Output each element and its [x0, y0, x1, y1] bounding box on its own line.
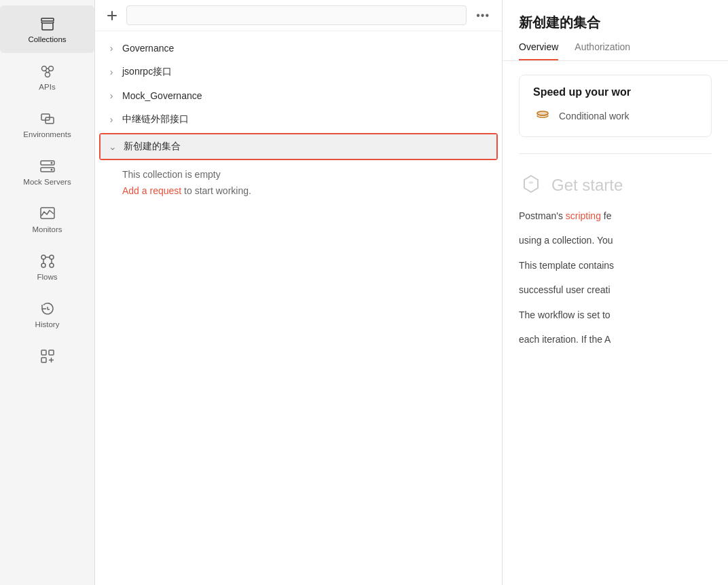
more-options-button[interactable]: •••	[472, 7, 494, 24]
chevron-right-icon: ›	[106, 67, 117, 77]
get-started-para3: This template contains	[519, 258, 712, 273]
sidebar-item-apis[interactable]: APIs	[0, 53, 94, 100]
add-request-line: Add a request to start working.	[122, 183, 475, 198]
svg-point-17	[50, 263, 54, 267]
collections-icon	[39, 15, 56, 33]
sidebar-item-flows[interactable]: Flows	[0, 243, 94, 290]
get-started-para6: each iteration. If the A	[519, 332, 712, 347]
get-started-section: Get starte Postman's scripting fe using …	[519, 168, 712, 347]
monitors-icon	[39, 205, 56, 223]
get-started-header: Get starte	[519, 173, 712, 197]
apis-icon	[39, 62, 56, 80]
sidebar-item-workspace[interactable]	[0, 338, 94, 375]
flows-icon	[39, 252, 56, 270]
chevron-right-icon: ›	[106, 43, 117, 54]
sidebar-item-history[interactable]: History	[0, 290, 94, 338]
get-started-para1: Postman's scripting fe	[519, 208, 712, 223]
history-icon	[39, 300, 56, 318]
collection-row-jsonrpc[interactable]: › jsonrpc接口	[95, 60, 502, 84]
empty-text: This collection is empty	[122, 167, 475, 182]
environments-label: Environments	[23, 130, 71, 138]
chevron-down-icon: ⌄	[107, 141, 118, 152]
filter-input[interactable]	[126, 5, 467, 25]
conditional-work-label: Conditional work	[559, 111, 630, 121]
tab-authorization[interactable]: Authorization	[575, 41, 630, 60]
right-panel: 新创建的集合 Overview Authorization Speed up y…	[503, 0, 728, 585]
sidebar-item-mock-servers[interactable]: Mock Servers	[0, 148, 94, 195]
collections-panel: ••• › Governance › jsonrpc接口 › Mock_Gove…	[95, 0, 503, 585]
collection-name: Mock_Governance	[122, 90, 202, 101]
get-started-para4: successful user creati	[519, 282, 712, 297]
mock-servers-icon	[39, 157, 56, 175]
svg-rect-23	[41, 350, 46, 355]
add-suffix: to start working.	[181, 185, 251, 196]
add-request-link[interactable]: Add a request	[122, 185, 181, 196]
sidebar-item-collections[interactable]: Collections	[0, 5, 94, 53]
empty-collection-info: This collection is empty Add a request t…	[95, 162, 502, 207]
add-collection-button[interactable]	[103, 7, 121, 24]
get-started-para2: using a collection. You	[519, 233, 712, 248]
svg-point-16	[41, 263, 46, 267]
speed-card: Speed up your wor Conditional work	[519, 75, 712, 137]
tabs-row: Overview Authorization	[519, 41, 712, 60]
svg-rect-24	[49, 350, 54, 355]
apis-label: APIs	[39, 83, 55, 91]
collection-name: Governance	[122, 43, 174, 54]
tab-overview[interactable]: Overview	[519, 41, 558, 60]
svg-point-12	[50, 169, 52, 171]
monitors-label: Monitors	[32, 225, 62, 233]
history-label: History	[35, 320, 60, 328]
conditional-work-icon	[533, 107, 552, 126]
panel-toolbar: •••	[95, 0, 502, 31]
chevron-right-icon: ›	[106, 114, 117, 125]
collection-detail-title: 新创建的集合	[519, 14, 712, 32]
get-started-para5: The workflow is set to	[519, 307, 712, 322]
postman-logo-icon	[519, 173, 543, 197]
selected-collection-row[interactable]: ⌄ 新创建的集合	[101, 134, 496, 159]
right-panel-header: 新创建的集合 Overview Authorization	[503, 0, 728, 61]
collection-name: 中继链外部接口	[122, 113, 189, 126]
selected-collection-wrapper: ⌄ 新创建的集合	[99, 133, 498, 160]
svg-rect-0	[41, 18, 54, 21]
collection-row-mock-governance[interactable]: › Mock_Governance	[95, 84, 502, 107]
collection-list: › Governance › jsonrpc接口 › Mock_Governan…	[95, 31, 502, 585]
svg-point-15	[50, 255, 54, 259]
scripting-link[interactable]: scripting	[566, 210, 601, 221]
mock-servers-label: Mock Servers	[23, 178, 71, 186]
collection-row-governance[interactable]: › Governance	[95, 37, 502, 60]
chevron-right-icon: ›	[106, 90, 117, 101]
selected-collection-name: 新创建的集合	[124, 140, 181, 153]
speed-card-item: Conditional work	[533, 107, 697, 126]
collection-name: jsonrpc接口	[122, 66, 172, 78]
collections-label: Collections	[28, 35, 66, 43]
sidebar-item-environments[interactable]: Environments	[0, 100, 94, 148]
workspace-icon	[39, 347, 56, 365]
svg-rect-25	[41, 358, 46, 362]
flows-label: Flows	[37, 273, 57, 281]
svg-point-14	[41, 255, 46, 259]
get-started-title: Get starte	[551, 176, 623, 195]
svg-point-11	[50, 162, 52, 164]
sidebar-item-monitors[interactable]: Monitors	[0, 195, 94, 243]
speed-card-title: Speed up your wor	[533, 86, 697, 98]
svg-point-3	[45, 73, 50, 77]
collection-row-relay[interactable]: › 中继链外部接口	[95, 107, 502, 132]
sidebar: Collections APIs Environments	[0, 0, 95, 585]
environments-icon	[39, 110, 56, 128]
right-panel-content: Speed up your wor Conditional work	[503, 61, 728, 585]
